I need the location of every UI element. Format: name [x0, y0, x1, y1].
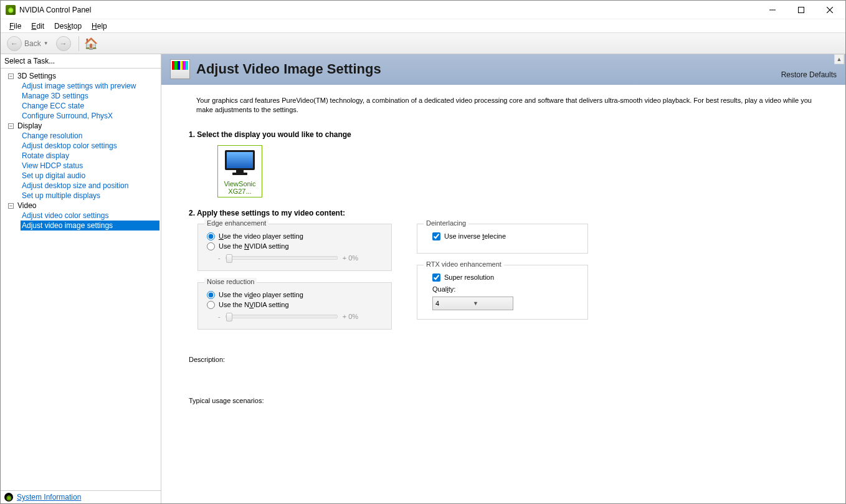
svg-rect-2: [227, 152, 253, 168]
svg-rect-4: [232, 173, 247, 175]
svg-rect-0: [799, 7, 804, 12]
tree-cat-display[interactable]: − Display: [2, 121, 159, 131]
tree-cat-video[interactable]: − Video: [2, 201, 159, 211]
back-button[interactable]: ← Back ▼: [4, 35, 51, 52]
tree-link[interactable]: Adjust desktop color settings: [21, 141, 159, 151]
page-icon: [170, 59, 190, 79]
close-button[interactable]: [815, 1, 844, 19]
app-icon: ◉: [6, 5, 16, 15]
titlebar: ◉ NVIDIA Control Panel: [1, 1, 845, 19]
slider-minus: -: [218, 254, 221, 262]
tree-cat-label: Display: [17, 121, 42, 130]
edge-radio-player-label[interactable]: Use the video player setting: [219, 232, 303, 240]
sidebar-header: Select a Task...: [1, 54, 161, 69]
quality-dropdown[interactable]: 4 ▼: [432, 297, 513, 310]
toolbar: ← Back ▼ → 🏠: [1, 33, 845, 54]
menubar: File Edit Desktop Help: [1, 19, 845, 33]
menu-desktop[interactable]: Desktop: [49, 21, 87, 32]
maximize-button[interactable]: [787, 1, 815, 19]
menu-edit[interactable]: Edit: [26, 21, 49, 32]
step1-label: 1. Select the display you would like to …: [189, 130, 818, 139]
edge-radio-nvidia[interactable]: [207, 242, 215, 250]
collapse-icon[interactable]: −: [8, 203, 14, 209]
menu-file[interactable]: File: [4, 21, 26, 32]
display-selector[interactable]: ViewSonic XG27...: [217, 145, 262, 197]
deinterlacing-group: Deinterlacing Use inverse telecine: [417, 224, 588, 254]
intro-text: Your graphics card features PureVideo(TM…: [196, 96, 818, 115]
minimize-button[interactable]: [758, 1, 787, 19]
noise-reduction-group: Noise reduction Use the video player set…: [197, 282, 392, 330]
quality-value: 4: [435, 300, 473, 307]
noise-value: + 0%: [343, 313, 358, 320]
quality-label: Quality:: [432, 285, 579, 293]
back-split-icon[interactable]: ▼: [44, 40, 49, 46]
window-title: NVIDIA Control Panel: [19, 6, 758, 14]
super-resolution-label[interactable]: Super resolution: [444, 273, 494, 281]
tree-link[interactable]: Set up multiple displays: [21, 191, 159, 201]
rtx-legend: RTX video enhancement: [424, 260, 504, 268]
inverse-telecine-label[interactable]: Use inverse telecine: [444, 232, 506, 240]
tree-cat-label: 3D Settings: [17, 72, 56, 80]
noise-legend: Noise reduction: [204, 278, 257, 285]
tree-link[interactable]: Change ECC state: [21, 101, 159, 111]
noise-radio-nvidia-label[interactable]: Use the NVIDIA setting: [219, 301, 289, 308]
tree-link[interactable]: Configure Surround, PhysX: [21, 111, 159, 121]
edge-slider[interactable]: [226, 256, 338, 260]
collapse-icon[interactable]: −: [8, 123, 14, 129]
rtx-enhancement-group: RTX video enhancement Super resolution Q…: [417, 265, 588, 320]
noise-radio-player[interactable]: [207, 291, 215, 299]
toolbar-separator: [78, 36, 79, 51]
tree-link[interactable]: View HDCP status: [21, 161, 159, 171]
sidebar: Select a Task... − 3D Settings Adjust im…: [1, 54, 161, 503]
page-title: Adjust Video Image Settings: [196, 61, 381, 77]
tree-link[interactable]: Adjust image settings with preview: [21, 81, 159, 91]
edge-value: + 0%: [343, 254, 358, 262]
scrollbar[interactable]: ▲: [834, 54, 844, 503]
tree-link[interactable]: Rotate display: [21, 151, 159, 161]
restore-defaults-link[interactable]: Restore Defaults: [781, 70, 837, 79]
edge-radio-player[interactable]: [207, 232, 215, 240]
system-information-link[interactable]: System Information: [17, 493, 81, 502]
display-name: ViewSonic XG27...: [220, 180, 260, 195]
home-button[interactable]: 🏠: [84, 37, 98, 50]
noise-slider[interactable]: [226, 315, 338, 318]
content-body: Your graphics card features PureVideo(TM…: [161, 85, 845, 503]
chevron-down-icon: ▼: [473, 300, 510, 307]
back-label: Back: [24, 39, 41, 48]
forward-arrow-icon: →: [56, 36, 71, 51]
forward-button[interactable]: →: [54, 35, 74, 52]
super-resolution-checkbox[interactable]: [432, 273, 440, 282]
sidebar-footer: ◉ System Information: [1, 490, 161, 503]
deint-legend: Deinterlacing: [424, 219, 468, 227]
collapse-icon[interactable]: −: [8, 74, 14, 79]
tree-link[interactable]: Adjust desktop size and position: [21, 181, 159, 191]
edge-radio-nvidia-label[interactable]: Use the NVIDIA setting: [219, 242, 289, 250]
noise-radio-nvidia[interactable]: [207, 301, 215, 309]
svg-rect-3: [236, 170, 244, 173]
edge-enhancement-group: Edge enhancement Use the video player se…: [197, 224, 392, 271]
content-header: Adjust Video Image Settings Restore Defa…: [161, 54, 845, 85]
inverse-telecine-checkbox[interactable]: [432, 232, 440, 240]
tree-link-selected[interactable]: Adjust video image settings: [21, 221, 159, 231]
sysinfo-icon: ◉: [4, 493, 13, 502]
back-arrow-icon: ←: [7, 36, 22, 51]
scroll-up-icon[interactable]: ▲: [834, 54, 844, 64]
description-label: Description:: [189, 356, 818, 363]
menu-help[interactable]: Help: [87, 21, 112, 32]
noise-radio-player-label[interactable]: Use the video player setting: [219, 291, 303, 298]
step2-label: 2. Apply these settings to my video cont…: [189, 209, 818, 217]
tree-link[interactable]: Change resolution: [21, 131, 159, 141]
edge-legend: Edge enhancement: [204, 219, 269, 227]
task-tree: − 3D Settings Adjust image settings with…: [1, 69, 161, 490]
tree-cat-3d[interactable]: − 3D Settings: [2, 71, 159, 81]
tree-link[interactable]: Set up digital audio: [21, 171, 159, 181]
tree-link[interactable]: Manage 3D settings: [21, 91, 159, 101]
scenarios-label: Typical usage scenarios:: [189, 397, 818, 404]
monitor-icon: [221, 148, 259, 178]
tree-link[interactable]: Adjust video color settings: [21, 211, 159, 221]
content-pane: Adjust Video Image Settings Restore Defa…: [161, 54, 845, 503]
slider-minus: -: [218, 313, 221, 320]
tree-cat-label: Video: [17, 201, 36, 210]
